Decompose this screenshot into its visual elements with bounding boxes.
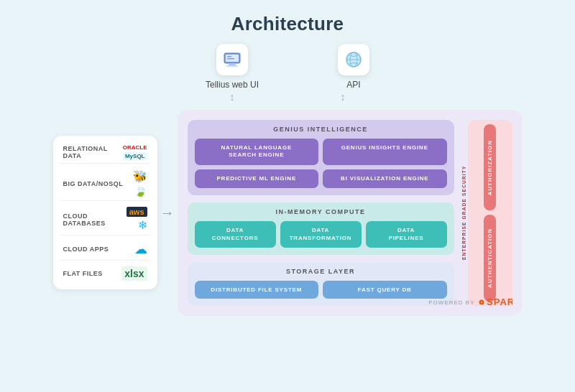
inmemory-section: IN-MEMORY COMPUTE DATACONNECTORS DATATRA… [188, 202, 454, 255]
salesforce-logo: ☁ [134, 241, 147, 257]
teal-card-transform: DATATRANSFORMATION [280, 221, 362, 248]
tellius-ui-icon [216, 44, 248, 75]
tellius-ui-label: Tellius web UI [206, 80, 259, 90]
top-icons-row: Tellius web UI API [206, 44, 369, 90]
storage-grid: DISTRIBUTED FILE SYSTEM FAST QUERY DB [195, 281, 447, 299]
authorization-label: AUTHORIZATION [487, 140, 493, 195]
snowflake-logo: ❄ [138, 218, 147, 232]
main-content: RELATIONAL DATA ORACLE MySQL BIG DATA/NO… [53, 110, 523, 316]
genius-card-bi: BI VISUALIZATION ENGINE [323, 169, 447, 188]
genius-card-insights: GENIUS INSIGHTS ENGINE [323, 139, 447, 165]
svg-rect-2 [226, 65, 238, 67]
svg-text:Spark: Spark [487, 297, 512, 307]
authentication-card: AUTHENTICATION [484, 215, 496, 301]
architecture-box: GENIUS INTELLIGENCE NATURAL LANGUAGESEAR… [178, 110, 523, 316]
authorization-card: AUTHORIZATION [484, 124, 496, 210]
api-icon [338, 44, 369, 75]
mongo-logo: 🍃 [134, 185, 147, 197]
excel-logo: xlsx [121, 266, 147, 281]
security-panel: ENTERPRISE GRADE SECURITY AUTHORIZATION … [460, 120, 512, 306]
storage-title: STORAGE LAYER [195, 268, 447, 275]
teal-card-pipelines: DATAPIPELINES [366, 221, 447, 248]
top-arrows-row: ↕ ↕ [216, 91, 359, 103]
svg-rect-4 [227, 56, 231, 57]
svg-rect-1 [229, 63, 236, 65]
genius-card-ml: PREDICTIVE ML ENGINE [195, 169, 319, 188]
sidebar-item-flat-files: FLAT FILES xlsx [60, 263, 150, 284]
genius-card-nlp: NATURAL LANGUAGESEARCH ENGINE [195, 139, 319, 165]
storage-card-dfs: DISTRIBUTED FILE SYSTEM [195, 281, 319, 299]
genius-grid: NATURAL LANGUAGESEARCH ENGINE GENIUS INS… [195, 139, 447, 188]
enterprise-label: ENTERPRISE GRADE SECURITY [460, 120, 468, 306]
sidebar-item-relational: RELATIONAL DATA ORACLE MySQL [60, 141, 150, 164]
tellius-ui-item: Tellius web UI [206, 44, 259, 90]
spark-logo: Spark [478, 295, 512, 310]
powered-by-label: POWERED BY [428, 299, 474, 306]
sidebar-item-bigdata: BIG DATA/NOSQL 🐝 🍃 [60, 167, 150, 201]
inmemory-grid: DATACONNECTORS DATATRANSFORMATION DATAPI… [195, 221, 447, 248]
mysql-logo: MySQL [123, 152, 147, 160]
arch-main: GENIUS INTELLIGENCE NATURAL LANGUAGESEAR… [188, 120, 454, 306]
oracle-logo: ORACLE [123, 144, 147, 151]
tellius-arrow: ↕ [216, 91, 248, 103]
connect-arrow: → [157, 205, 178, 221]
svg-rect-5 [227, 58, 234, 60]
storage-section: STORAGE LAYER DISTRIBUTED FILE SYSTEM FA… [188, 262, 454, 306]
genius-section: GENIUS INTELLIGENCE NATURAL LANGUAGESEAR… [188, 120, 454, 195]
security-cards: AUTHORIZATION AUTHENTICATION [468, 120, 512, 306]
api-item: API [338, 44, 369, 90]
page-title: Architecture [231, 13, 344, 35]
aws-logo: aws [126, 207, 147, 217]
authentication-label: AUTHENTICATION [487, 228, 493, 288]
left-sidebar: RELATIONAL DATA ORACLE MySQL BIG DATA/NO… [53, 136, 157, 289]
genius-title: GENIUS INTELLIGENCE [195, 126, 447, 133]
teal-card-connectors: DATACONNECTORS [195, 221, 276, 248]
svg-point-10 [480, 301, 482, 303]
sidebar-item-cloud-db: CLOUD DATABASES aws ❄ [60, 204, 150, 235]
api-arrow: ↕ [327, 91, 359, 103]
sidebar-item-cloud-apps: CLOUD APPS ☁ [60, 238, 150, 261]
powered-by: POWERED BY Spark [428, 295, 512, 310]
inmemory-title: IN-MEMORY COMPUTE [195, 208, 447, 215]
hive-logo: 🐝 [133, 169, 147, 183]
api-label: API [346, 80, 360, 90]
